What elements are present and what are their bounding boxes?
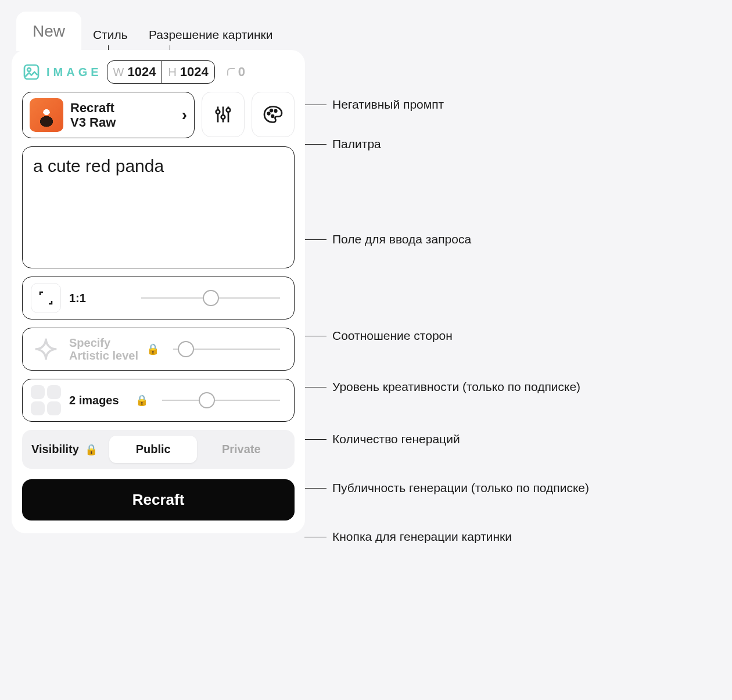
svg-rect-0	[24, 65, 38, 79]
aspect-ratio-label: 1:1	[69, 292, 127, 304]
height-value: 1024	[180, 64, 209, 80]
svg-point-11	[271, 115, 274, 117]
lock-icon: 🔒	[146, 343, 159, 356]
height-box[interactable]: H 1024	[162, 61, 214, 83]
mode-label: IMAGE	[46, 66, 102, 79]
annotation-resolution: Разрешение картинки	[149, 28, 273, 42]
lock-icon: 🔒	[85, 443, 98, 456]
style-avatar	[30, 98, 63, 132]
annotation-prompt: Поле для ввода запроса	[332, 232, 471, 246]
svg-point-5	[216, 110, 220, 114]
svg-point-9	[270, 109, 272, 112]
annotation-visibility: Публичность генерации (только по подписк…	[332, 481, 589, 495]
aspect-ratio-icon	[31, 283, 61, 313]
annotation-line	[304, 488, 326, 489]
palette-icon	[263, 104, 284, 125]
slider-thumb[interactable]	[178, 341, 194, 357]
aspect-ratio-row[interactable]: 1:1	[22, 277, 295, 320]
prompt-input[interactable]: a cute red panda	[22, 146, 295, 268]
header-row: IMAGE W 1024 H 1024 0	[22, 60, 295, 84]
negative-prompt-button[interactable]	[202, 92, 245, 137]
svg-point-6	[221, 115, 225, 119]
aspect-ratio-slider[interactable]	[141, 297, 280, 299]
generation-panel: IMAGE W 1024 H 1024 0 Recraft V3 Raw ›	[12, 50, 305, 533]
dimensions-group[interactable]: W 1024 H 1024	[107, 60, 215, 84]
chevron-right-icon: ›	[182, 106, 187, 124]
slider-thumb[interactable]	[199, 392, 215, 408]
width-box[interactable]: W 1024	[107, 61, 162, 83]
annotation-negative-prompt: Негативный промпт	[332, 98, 444, 112]
slider-thumb[interactable]	[203, 290, 219, 306]
artistic-level-slider[interactable]	[173, 349, 280, 350]
height-label: H	[168, 66, 176, 79]
sliders-icon	[213, 104, 234, 125]
style-name: Recraft V3 Raw	[70, 100, 175, 130]
annotation-count: Количество генераций	[332, 432, 460, 446]
annotation-creativity: Уровень креативности (только по подписке…	[332, 380, 580, 394]
image-count-row[interactable]: 2 images 🔒	[22, 379, 295, 422]
style-selector[interactable]: Recraft V3 Raw ›	[22, 92, 195, 138]
grid-icon	[31, 385, 61, 415]
svg-point-1	[27, 68, 31, 71]
svg-point-7	[227, 108, 231, 112]
annotation-palette: Палитра	[332, 137, 381, 151]
svg-point-10	[275, 110, 277, 112]
svg-point-8	[268, 113, 270, 115]
corner-radius-value: 0	[238, 64, 245, 80]
width-value: 1024	[127, 64, 156, 80]
visibility-toggle[interactable]: Public Private	[109, 436, 285, 463]
width-label: W	[113, 66, 124, 79]
annotation-line	[304, 336, 326, 336]
annotation-style: Стиль	[93, 28, 128, 42]
corner-radius-icon	[227, 67, 236, 77]
generate-label: Recraft	[132, 491, 185, 508]
annotation-line	[304, 537, 326, 537]
artistic-level-row[interactable]: Specify Artistic level 🔒	[22, 328, 295, 371]
sparkle-icon	[31, 334, 61, 364]
lock-icon: 🔒	[135, 394, 148, 407]
artistic-level-label: Specify Artistic level	[69, 336, 138, 362]
style-row: Recraft V3 Raw ›	[22, 92, 295, 138]
tab-label: New	[33, 22, 65, 40]
annotation-generate: Кнопка для генерации картинки	[332, 530, 512, 544]
visibility-label: Visibility	[31, 443, 79, 456]
annotation-line	[304, 439, 326, 440]
generate-button[interactable]: Recraft	[22, 479, 295, 520]
annotation-aspect-ratio: Соотношение сторон	[332, 329, 453, 343]
visibility-private[interactable]: Private	[197, 436, 285, 463]
annotation-line	[304, 239, 326, 240]
image-count-slider[interactable]	[162, 400, 280, 401]
visibility-row: Visibility 🔒 Public Private	[22, 430, 295, 469]
corner-radius-box[interactable]: 0	[222, 61, 250, 83]
palette-button[interactable]	[252, 92, 295, 137]
annotation-line	[304, 387, 326, 387]
image-count-label: 2 images	[69, 394, 127, 407]
image-mode-icon	[22, 63, 41, 81]
tab-new[interactable]: New	[16, 12, 81, 51]
prompt-text: a cute red panda	[33, 156, 164, 175]
visibility-public[interactable]: Public	[109, 436, 198, 463]
